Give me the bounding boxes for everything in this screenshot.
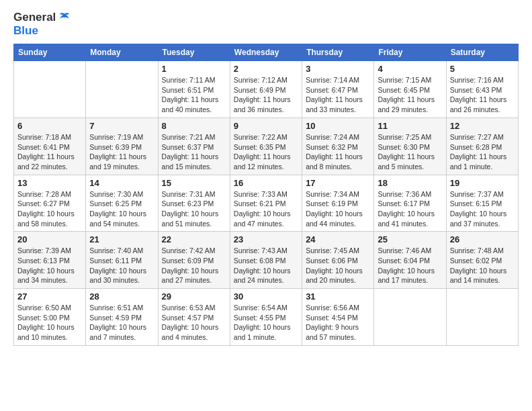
- day-number: 22: [162, 234, 226, 244]
- day-number: 10: [306, 121, 370, 131]
- calendar-cell: 19Sunrise: 7:37 AMSunset: 6:15 PMDayligh…: [446, 175, 518, 232]
- day-number: 19: [450, 178, 515, 188]
- day-number: 4: [378, 64, 442, 74]
- calendar-cell: 1Sunrise: 7:11 AMSunset: 6:51 PMDaylight…: [158, 61, 230, 118]
- day-number: 30: [234, 291, 298, 302]
- day-info: Sunrise: 7:22 AMSunset: 6:35 PMDaylight:…: [234, 132, 298, 172]
- day-number: 8: [162, 121, 226, 131]
- day-number: 11: [378, 121, 442, 131]
- day-info: Sunrise: 7:18 AMSunset: 6:41 PMDaylight:…: [17, 132, 82, 172]
- day-number: 25: [378, 234, 442, 244]
- weekday-header-monday: Monday: [86, 44, 158, 61]
- day-info: Sunrise: 7:11 AMSunset: 6:51 PMDaylight:…: [162, 75, 226, 115]
- calendar-week-2: 6Sunrise: 7:18 AMSunset: 6:41 PMDaylight…: [14, 118, 519, 175]
- day-number: 27: [17, 291, 82, 302]
- calendar-cell: 26Sunrise: 7:48 AMSunset: 6:02 PMDayligh…: [446, 232, 518, 289]
- day-number: 1: [162, 64, 226, 74]
- day-info: Sunrise: 7:21 AMSunset: 6:37 PMDaylight:…: [162, 132, 226, 172]
- page: General Blue SundayMondayTuesdayWednesda…: [0, 0, 532, 411]
- day-number: 3: [306, 64, 370, 74]
- day-info: Sunrise: 7:39 AMSunset: 6:13 PMDaylight:…: [17, 246, 82, 285]
- day-info: Sunrise: 7:33 AMSunset: 6:21 PMDaylight:…: [234, 189, 298, 229]
- day-number: 6: [17, 121, 82, 131]
- day-number: 17: [306, 178, 370, 188]
- day-number: 20: [17, 234, 82, 244]
- calendar-cell: 18Sunrise: 7:36 AMSunset: 6:17 PMDayligh…: [374, 175, 446, 232]
- day-number: 18: [378, 178, 442, 188]
- calendar-cell: 30Sunrise: 6:54 AMSunset: 4:55 PMDayligh…: [230, 289, 302, 346]
- day-number: 2: [234, 64, 298, 74]
- calendar-cell: 9Sunrise: 7:22 AMSunset: 6:35 PMDaylight…: [230, 118, 302, 175]
- calendar-cell: 8Sunrise: 7:21 AMSunset: 6:37 PMDaylight…: [158, 118, 230, 175]
- logo-text-block: General Blue: [13, 11, 71, 37]
- day-number: 24: [306, 234, 370, 244]
- day-number: 26: [450, 234, 515, 244]
- calendar-cell: 4Sunrise: 7:15 AMSunset: 6:45 PMDaylight…: [374, 61, 446, 118]
- calendar-cell: 11Sunrise: 7:25 AMSunset: 6:30 PMDayligh…: [374, 118, 446, 175]
- calendar-cell: 2Sunrise: 7:12 AMSunset: 6:49 PMDaylight…: [230, 61, 302, 118]
- calendar-cell: 3Sunrise: 7:14 AMSunset: 6:47 PMDaylight…: [302, 61, 374, 118]
- calendar-cell: 23Sunrise: 7:43 AMSunset: 6:08 PMDayligh…: [230, 232, 302, 289]
- day-number: 7: [89, 121, 154, 131]
- day-info: Sunrise: 7:37 AMSunset: 6:15 PMDaylight:…: [450, 189, 515, 229]
- calendar-cell: 10Sunrise: 7:24 AMSunset: 6:32 PMDayligh…: [302, 118, 374, 175]
- logo-bird-icon: [58, 11, 71, 24]
- calendar-cell: [86, 61, 158, 118]
- calendar-cell: 22Sunrise: 7:42 AMSunset: 6:09 PMDayligh…: [158, 232, 230, 289]
- calendar-cell: 20Sunrise: 7:39 AMSunset: 6:13 PMDayligh…: [14, 232, 86, 289]
- day-info: Sunrise: 7:43 AMSunset: 6:08 PMDaylight:…: [234, 246, 298, 285]
- day-info: Sunrise: 7:27 AMSunset: 6:28 PMDaylight:…: [450, 132, 515, 172]
- day-number: 16: [234, 178, 298, 188]
- calendar-cell: 7Sunrise: 7:19 AMSunset: 6:39 PMDaylight…: [86, 118, 158, 175]
- day-info: Sunrise: 7:25 AMSunset: 6:30 PMDaylight:…: [378, 132, 442, 172]
- calendar-cell: 16Sunrise: 7:33 AMSunset: 6:21 PMDayligh…: [230, 175, 302, 232]
- day-info: Sunrise: 6:51 AMSunset: 4:59 PMDaylight:…: [89, 303, 154, 342]
- day-number: 15: [162, 178, 226, 188]
- day-info: Sunrise: 6:56 AMSunset: 4:54 PMDaylight:…: [306, 303, 370, 342]
- day-info: Sunrise: 7:46 AMSunset: 6:04 PMDaylight:…: [378, 246, 442, 285]
- weekday-header-thursday: Thursday: [302, 44, 374, 61]
- day-number: 9: [234, 121, 298, 131]
- day-info: Sunrise: 6:50 AMSunset: 5:00 PMDaylight:…: [17, 303, 82, 342]
- day-number: 29: [162, 291, 226, 302]
- calendar-week-3: 13Sunrise: 7:28 AMSunset: 6:27 PMDayligh…: [14, 175, 519, 232]
- calendar-week-4: 20Sunrise: 7:39 AMSunset: 6:13 PMDayligh…: [14, 232, 519, 289]
- calendar-cell: 12Sunrise: 7:27 AMSunset: 6:28 PMDayligh…: [446, 118, 518, 175]
- calendar-cell: 6Sunrise: 7:18 AMSunset: 6:41 PMDaylight…: [14, 118, 86, 175]
- day-number: 23: [234, 234, 298, 244]
- calendar-cell: 31Sunrise: 6:56 AMSunset: 4:54 PMDayligh…: [302, 289, 374, 346]
- day-info: Sunrise: 7:48 AMSunset: 6:02 PMDaylight:…: [450, 246, 515, 285]
- day-info: Sunrise: 7:28 AMSunset: 6:27 PMDaylight:…: [17, 189, 82, 229]
- calendar-cell: 24Sunrise: 7:45 AMSunset: 6:06 PMDayligh…: [302, 232, 374, 289]
- calendar-cell: 17Sunrise: 7:34 AMSunset: 6:19 PMDayligh…: [302, 175, 374, 232]
- calendar-week-5: 27Sunrise: 6:50 AMSunset: 5:00 PMDayligh…: [14, 289, 519, 346]
- header: General Blue: [13, 11, 519, 37]
- weekday-header-row: SundayMondayTuesdayWednesdayThursdayFrid…: [14, 44, 519, 61]
- day-info: Sunrise: 7:30 AMSunset: 6:25 PMDaylight:…: [89, 189, 154, 229]
- day-info: Sunrise: 7:12 AMSunset: 6:49 PMDaylight:…: [234, 75, 298, 115]
- calendar-cell: 29Sunrise: 6:53 AMSunset: 4:57 PMDayligh…: [158, 289, 230, 346]
- calendar-cell: 13Sunrise: 7:28 AMSunset: 6:27 PMDayligh…: [14, 175, 86, 232]
- logo: General Blue: [13, 11, 71, 37]
- day-number: 13: [17, 178, 82, 188]
- day-info: Sunrise: 7:34 AMSunset: 6:19 PMDaylight:…: [306, 189, 370, 229]
- day-info: Sunrise: 7:15 AMSunset: 6:45 PMDaylight:…: [378, 75, 442, 115]
- day-info: Sunrise: 7:31 AMSunset: 6:23 PMDaylight:…: [162, 189, 226, 229]
- day-number: 14: [89, 178, 154, 188]
- day-info: Sunrise: 7:19 AMSunset: 6:39 PMDaylight:…: [89, 132, 154, 172]
- logo-blue-text: Blue: [13, 24, 71, 38]
- day-number: 31: [306, 291, 370, 302]
- logo-general-text: General: [13, 11, 56, 24]
- weekday-header-wednesday: Wednesday: [230, 44, 302, 61]
- day-number: 21: [89, 234, 154, 244]
- weekday-header-tuesday: Tuesday: [158, 44, 230, 61]
- day-info: Sunrise: 6:54 AMSunset: 4:55 PMDaylight:…: [234, 303, 298, 342]
- calendar-week-1: 1Sunrise: 7:11 AMSunset: 6:51 PMDaylight…: [14, 61, 519, 118]
- day-info: Sunrise: 7:36 AMSunset: 6:17 PMDaylight:…: [378, 189, 442, 229]
- weekday-header-sunday: Sunday: [14, 44, 86, 61]
- day-number: 12: [450, 121, 515, 131]
- day-number: 5: [450, 64, 515, 74]
- weekday-header-saturday: Saturday: [446, 44, 518, 61]
- day-info: Sunrise: 7:24 AMSunset: 6:32 PMDaylight:…: [306, 132, 370, 172]
- day-number: 28: [89, 291, 154, 302]
